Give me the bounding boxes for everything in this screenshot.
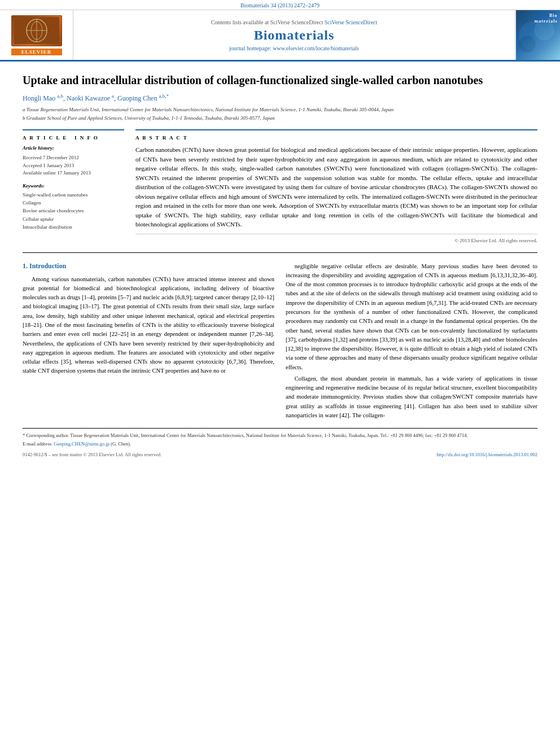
footnote-corresponding: * Corresponding author. Tissue Regenerat… [23, 432, 537, 439]
journal-title: Biomaterials [254, 28, 335, 43]
journal-ref-text: Biomaterials 34 (2013) 2472–2479 [240, 2, 320, 8]
journal-cover-image: Biomaterials [516, 10, 560, 60]
article-meta-section: A R T I C L E I N F O Article history: R… [23, 129, 537, 243]
affiliations: a Tissue Regeneration Materials Unit, In… [23, 106, 537, 121]
accepted-date: Accepted 1 January 2013 [23, 162, 124, 170]
email-label: E-mail address: [23, 441, 54, 447]
doi-text: http://dx.doi.org/10.1016/j.biomaterials… [436, 451, 537, 458]
elsevier-logo-image [11, 15, 62, 46]
homepage-url[interactable]: www.elsevier.com/locate/biomaterials [273, 45, 359, 51]
journal-reference-bar: Biomaterials 34 (2013) 2472–2479 [0, 0, 560, 10]
svg-point-7 [519, 36, 536, 53]
introduction-col2-text: negligible negative cellular effects are… [286, 262, 537, 421]
journal-homepage: journal homepage: www.elsevier.com/locat… [229, 45, 359, 51]
keyword-4: Cellular uptake [23, 215, 124, 223]
article-info-col: A R T I C L E I N F O Article history: R… [23, 129, 124, 243]
article-info-section-label: A R T I C L E I N F O [23, 135, 124, 141]
elsevier-badge-text: ELSEVIER [11, 49, 62, 55]
email-author: (G. Chen). [111, 441, 131, 447]
footnote-area: * Corresponding author. Tissue Regenerat… [23, 428, 537, 458]
elsevier-logo: ELSEVIER [11, 15, 62, 55]
svg-point-6 [534, 20, 554, 40]
keyword-2: Collagen [23, 199, 124, 207]
journal-cover-area: Biomaterials [515, 10, 560, 60]
intro-col2-para2: Collagen, the most abundant protein in m… [286, 374, 537, 420]
author-naoki: Naoki Kawazoe a, [67, 94, 117, 102]
received-date: Received 7 December 2012 [23, 154, 124, 162]
doi-link[interactable]: http://dx.doi.org/10.1016/j.biomaterials… [436, 452, 537, 457]
sciverse-link[interactable]: SciVerse ScienceDirect [325, 19, 378, 25]
keyword-3: Bovine articular chondrocytes [23, 207, 124, 215]
copyright-footer: 0142-9612/$ – see front matter © 2013 El… [23, 451, 537, 458]
sciverse-line: Contents lists available at SciVerse Sci… [211, 19, 378, 25]
article-history-label: Article history: [23, 145, 124, 151]
author-hongli: Hongli Mao a,b, [23, 94, 67, 102]
footnote-email: E-mail address: Guoping.CHEN@nims.go.jp … [23, 440, 537, 448]
affiliation-b: b Graduate School of Pure and Applied Sc… [23, 115, 537, 122]
homepage-label-text: journal homepage: [229, 45, 273, 51]
keyword-5: Intracellular distribution [23, 223, 124, 231]
abstract-section-label: A B S T R A C T [135, 135, 537, 141]
article-title: Uptake and intracellular distribution of… [23, 73, 537, 88]
keyword-1: Single-walled carbon nanotubes [23, 191, 124, 199]
author-guoping: Guoping Chen a,b,* [117, 94, 169, 102]
introduction-col-left: 1. Introduction Among various nanomateri… [23, 262, 274, 423]
affiliation-a: a Tissue Regeneration Materials Unit, In… [23, 106, 537, 113]
intro-para1: Among various nanomaterials, carbon nano… [23, 275, 274, 376]
journal-title-area: Contents lists available at SciVerse Sci… [73, 10, 515, 60]
abstract-text: Carbon nanotubes (CNTs) have shown great… [135, 145, 537, 229]
introduction-col-right: negligible negative cellular effects are… [286, 262, 537, 423]
issn-text: 0142-9612/$ – see front matter © 2013 El… [23, 451, 161, 458]
copyright-notice: © 2013 Elsevier Ltd. All rights reserved… [135, 234, 537, 243]
keywords-list: Single-walled carbon nanotubes Collagen … [23, 191, 124, 231]
introduction-col1-text: Among various nanomaterials, carbon nano… [23, 275, 274, 376]
intro-col2-para1: negligible negative cellular effects are… [286, 262, 537, 372]
introduction-section: 1. Introduction Among various nanomateri… [23, 262, 537, 423]
page: Biomaterials 34 (2013) 2472–2479 ELSEVIE… [0, 0, 560, 747]
available-date: Available online 17 January 2013 [23, 169, 124, 177]
keywords-label: Keywords: [23, 183, 124, 189]
email-link[interactable]: Guoping.CHEN@nims.go.jp [54, 441, 110, 447]
publisher-logo-area: ELSEVIER [0, 10, 73, 60]
article-content: Uptake and intracellular distribution of… [0, 62, 560, 469]
journal-header: ELSEVIER Contents lists available at Sci… [0, 10, 560, 62]
authors: Hongli Mao a,b, Naoki Kawazoe a, Guoping… [23, 93, 537, 103]
introduction-heading: 1. Introduction [23, 262, 274, 270]
section-divider [23, 252, 537, 253]
abstract-col: A B S T R A C T Carbon nanotubes (CNTs) … [135, 129, 537, 243]
